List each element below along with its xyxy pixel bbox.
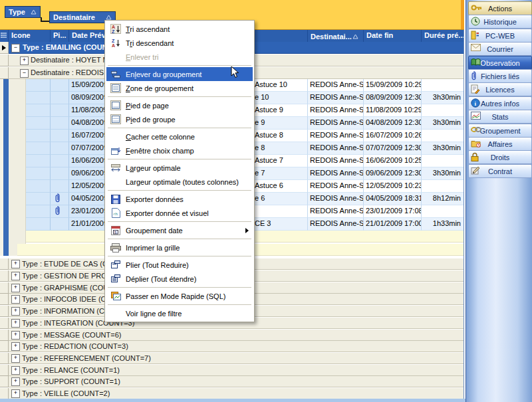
sidebar-button-licences[interactable]: Licences [468, 82, 532, 96]
cell-pi[interactable] [51, 155, 69, 167]
cell-date-fin[interactable]: 16/07/2009 10:26 [364, 130, 422, 142]
group-row-referencement[interactable]: +Type : REFERENCEMENT (COUNT=7) [9, 353, 464, 364]
cell-destinataire[interactable]: REDOIS Anne-So [308, 167, 364, 180]
cell-duree[interactable]: 3h30min [422, 142, 464, 155]
cell-date-fin[interactable]: 15/09/2009 10:29 [364, 79, 422, 92]
expand-box[interactable]: + [11, 272, 20, 280]
sidebar-button-stats[interactable]: Stats [468, 110, 532, 124]
expand-box[interactable]: + [11, 342, 20, 351]
cell-icone[interactable] [26, 193, 51, 205]
cell-destinataire[interactable]: REDOIS Anne-So [308, 142, 364, 155]
cell-date-fin[interactable]: 12/05/2009 10:23 [364, 180, 422, 193]
cell-icone[interactable] [26, 79, 51, 92]
cell-pi[interactable] [51, 117, 69, 130]
cell-destinataire[interactable]: REDOIS Anne-So [308, 92, 364, 104]
expand-box[interactable]: + [20, 56, 29, 65]
column-header-duree-prevue[interactable]: Durée pré... [422, 30, 464, 42]
group-row-relance[interactable]: +Type : RELANCE (COUNT=1) [9, 365, 464, 376]
sidebar-button-historique[interactable]: Historique [468, 15, 532, 29]
cell-icone[interactable] [26, 155, 51, 167]
cell-icone[interactable] [26, 180, 51, 193]
cell-destinataire[interactable]: REDOIS Anne-So [308, 180, 364, 193]
cell-duree[interactable] [422, 130, 464, 142]
menu-item-zone-de-groupement[interactable]: Zone de groupement [106, 81, 253, 95]
collapse-box[interactable]: − [11, 44, 20, 52]
group-row-redaction[interactable]: +Type : REDACTION (COUNT=3) [9, 341, 464, 352]
cell-destinataire[interactable]: REDOIS Anne-So [308, 117, 364, 130]
column-header-icone[interactable]: Icone [9, 30, 51, 42]
menu-item-pied-de-page[interactable]: Pied de page [106, 98, 253, 112]
expand-box[interactable]: + [11, 260, 20, 268]
group-row-message[interactable]: +Type : MESSAGE (COUNT=6) [9, 330, 464, 341]
cell-pi[interactable] [51, 130, 69, 142]
expand-box[interactable]: + [11, 389, 20, 398]
expand-box[interactable]: + [11, 377, 20, 386]
cell-destinataire[interactable]: REDOIS Anne-So [308, 79, 364, 92]
group-row-veille[interactable]: +Type : VEILLE (COUNT=2) [9, 388, 464, 399]
menu-item-plier-tout-reduire[interactable]: Plier (Tout Reduire) [106, 258, 253, 272]
cell-date-fin[interactable]: 09/06/2009 12:30 [364, 167, 422, 180]
sidebar-button-fichiers-li-s[interactable]: Fichiers liés [468, 69, 532, 83]
sidebar-button-actions[interactable]: Actions [468, 1, 532, 15]
column-header-date-fin[interactable]: Date fin [364, 30, 422, 42]
cell-duree[interactable] [422, 104, 464, 117]
cell-icone[interactable] [26, 167, 51, 180]
cell-pi[interactable] [51, 218, 69, 231]
cell-pi[interactable] [51, 104, 69, 117]
cell-duree[interactable]: 3h30min [422, 92, 464, 104]
cell-duree[interactable] [422, 79, 464, 92]
cell-icone[interactable] [26, 130, 51, 142]
cell-date-fin[interactable]: 11/08/2009 10:29 [364, 104, 422, 117]
cell-duree[interactable]: 1h33min [422, 218, 464, 231]
cell-pi[interactable] [51, 142, 69, 155]
cell-pi[interactable] [51, 180, 69, 193]
cell-date-fin[interactable]: 04/05/2009 18:31 [364, 193, 422, 205]
cell-pi[interactable] [51, 79, 69, 92]
menu-item-cacher-cette-colonne[interactable]: Cacher cette colonne [106, 130, 253, 144]
menu-item-passer-en-mode-rapide-sql[interactable]: Passer en Mode Rapide (SQL) [106, 289, 253, 303]
menu-item-tri-ascendant[interactable]: AZTri ascendant [106, 22, 253, 36]
cell-destinataire[interactable]: REDOIS Anne-So [308, 218, 364, 231]
sidebar-button-affaires[interactable]: Affaires [468, 137, 532, 151]
menu-item-d-plier-tout-tendre[interactable]: Déplier (Tout étendre) [106, 272, 253, 286]
expand-box[interactable]: + [11, 284, 20, 292]
menu-item-fen-tre-choix-champ[interactable]: Fenêtre choix champ [106, 144, 253, 157]
cell-destinataire[interactable]: REDOIS Anne-So [308, 205, 364, 218]
sidebar-button-courrier[interactable]: Courrier [468, 42, 532, 56]
cell-icone[interactable] [26, 142, 51, 155]
expand-box[interactable]: + [11, 366, 20, 375]
group-row-support[interactable]: +Type : SUPPORT (COUNT=1) [9, 376, 464, 387]
expand-box[interactable]: + [11, 295, 20, 304]
cell-pi[interactable] [51, 205, 69, 218]
menu-item-groupement-date[interactable]: 5Groupement date [106, 223, 253, 237]
cell-date-fin[interactable]: 16/06/2009 10:25 [364, 155, 422, 167]
menu-item-pied-de-groupe[interactable]: Pied de groupe [106, 112, 253, 126]
cell-duree[interactable]: 8h12min [422, 193, 464, 205]
expand-box[interactable]: + [11, 354, 20, 363]
cell-duree[interactable] [422, 205, 464, 218]
menu-item-exporter-donn-es[interactable]: Exporter données [106, 192, 253, 206]
cell-duree[interactable]: 3h30min [422, 117, 464, 130]
cell-pi[interactable] [51, 92, 69, 104]
cell-duree[interactable] [422, 180, 464, 193]
column-header-destinataire[interactable]: Destinatai... [308, 30, 364, 42]
cell-destinataire[interactable]: REDOIS Anne-So [308, 193, 364, 205]
menu-item-tri-descendant[interactable]: ZATri descendant [106, 36, 253, 50]
cell-pi[interactable] [51, 167, 69, 180]
menu-item-imprimer-la-grille[interactable]: Imprimer la grille [106, 241, 253, 254]
cell-date-fin[interactable]: 04/08/2009 12:30 [364, 117, 422, 130]
cell-pi[interactable] [51, 193, 69, 205]
cell-icone[interactable] [26, 205, 51, 218]
cell-date-fin[interactable]: 23/01/2009 17:08 [364, 205, 422, 218]
group-button-type[interactable]: Type [5, 6, 41, 18]
cell-icone[interactable] [26, 92, 51, 104]
cell-destinataire[interactable]: REDOIS Anne-So [308, 130, 364, 142]
cell-icone[interactable] [26, 218, 51, 231]
expand-box[interactable]: + [11, 307, 20, 316]
cell-date-fin[interactable]: 21/01/2009 17:00 [364, 218, 422, 231]
cell-icone[interactable] [26, 117, 51, 130]
cell-date-fin[interactable]: 07/07/2009 12:30 [364, 142, 422, 155]
cell-destinataire[interactable]: REDOIS Anne-So [308, 155, 364, 167]
sidebar-button-droits[interactable]: Droits [468, 150, 532, 164]
cell-duree[interactable] [422, 155, 464, 167]
